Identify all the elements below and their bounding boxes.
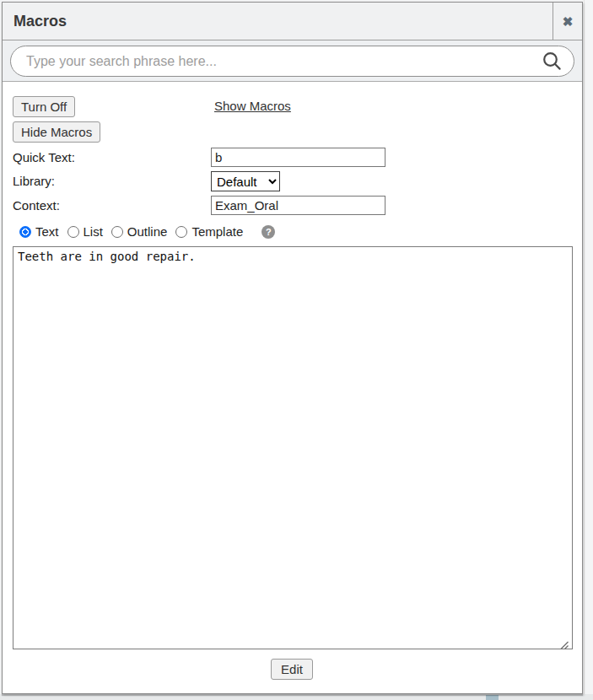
close-icon: ✖	[563, 15, 574, 28]
search-pill	[10, 46, 574, 77]
radio-text-circle[interactable]	[19, 226, 31, 238]
radio-list-label: List	[84, 224, 103, 239]
library-label: Library:	[13, 171, 211, 188]
quick-text-label: Quick Text:	[13, 148, 211, 164]
library-row: Library: Default	[13, 171, 571, 191]
context-label: Context:	[13, 196, 211, 213]
turn-off-button[interactable]: Turn Off	[13, 96, 75, 117]
hide-macros-row: Hide Macros	[13, 121, 571, 143]
search-icon[interactable]	[542, 51, 562, 71]
dialog-body: Turn Off Show Macros Hide Macros Quick T…	[3, 96, 582, 680]
help-icon[interactable]: ?	[261, 225, 275, 239]
search-section	[3, 40, 582, 82]
underlying-page-scrollbar-thumb	[486, 695, 499, 700]
quick-text-row: Quick Text:	[13, 148, 571, 167]
close-button[interactable]: ✖	[553, 3, 582, 40]
macro-type-radio-row: Text List Outline Template ?	[13, 224, 571, 239]
radio-option-list[interactable]: List	[67, 224, 103, 239]
underlying-page-bottom-edge	[0, 694, 593, 700]
radio-text-label: Text	[35, 224, 59, 239]
radio-template-circle[interactable]	[175, 226, 187, 238]
dialog-titlebar: Macros ✖	[3, 3, 582, 40]
radio-outline-circle[interactable]	[111, 226, 123, 238]
radio-list-circle[interactable]	[67, 226, 79, 238]
context-input[interactable]	[211, 196, 385, 215]
radio-option-template[interactable]: Template	[175, 224, 243, 239]
show-macros-link[interactable]: Show Macros	[214, 99, 291, 113]
radio-option-outline[interactable]: Outline	[111, 224, 168, 239]
library-select[interactable]: Default	[211, 171, 280, 191]
macro-toggle-row: Turn Off Show Macros	[13, 96, 571, 117]
search-input[interactable]	[26, 54, 536, 69]
dialog-footer: Edit	[13, 659, 571, 680]
radio-option-text[interactable]: Text	[19, 224, 59, 239]
macro-content-textarea[interactable]: Teeth are in good repair.	[13, 246, 573, 649]
hide-macros-button[interactable]: Hide Macros	[13, 121, 100, 143]
radio-outline-label: Outline	[127, 224, 168, 239]
quick-text-input[interactable]	[211, 148, 385, 167]
underlying-page-right-edge	[584, 0, 593, 700]
macros-dialog: Macros ✖ Turn Off Show Macros Hide Macro…	[2, 2, 583, 694]
dialog-title: Macros	[3, 3, 553, 40]
radio-template-label: Template	[191, 224, 243, 239]
macro-editor-wrap: Teeth are in good repair.	[13, 246, 571, 649]
edit-button[interactable]: Edit	[271, 659, 313, 680]
context-row: Context:	[13, 196, 571, 215]
